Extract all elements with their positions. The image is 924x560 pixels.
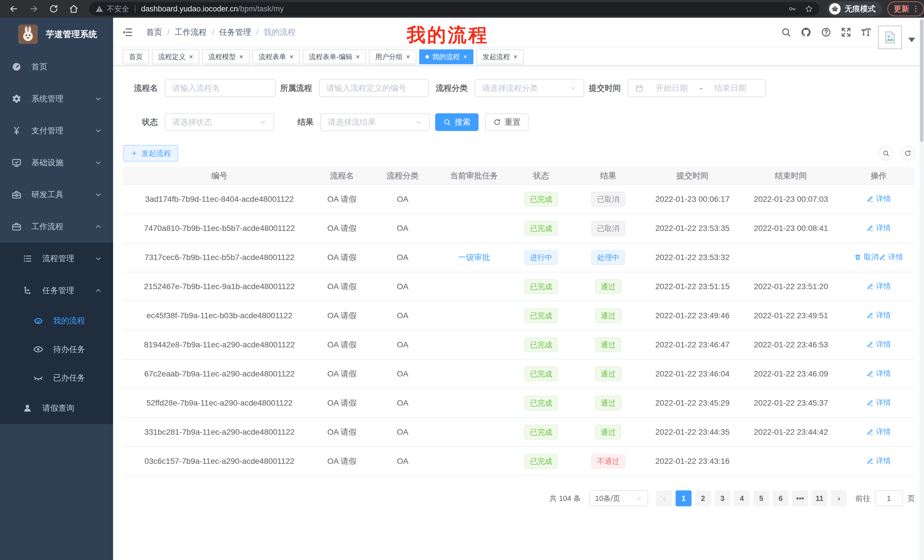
start-process-button[interactable]: 发起流程 xyxy=(123,145,178,162)
sidebar-item-请假查询[interactable]: 请假查询 xyxy=(0,392,113,424)
result-cell: 处理中 xyxy=(571,243,645,272)
browser-reload-icon[interactable] xyxy=(48,4,59,14)
action-详情[interactable]: 详情 xyxy=(879,252,903,262)
sidebar-item-任务管理[interactable]: 任务管理 xyxy=(0,275,113,307)
browser-menu-icon[interactable] xyxy=(911,4,920,13)
tab-close-icon[interactable]: × xyxy=(290,53,294,60)
status-cell: 已完成 xyxy=(511,359,571,388)
sidebar-item-首页[interactable]: 首页 xyxy=(0,51,113,83)
app-logo-row[interactable]: 芋道管理系统 xyxy=(0,18,113,51)
tab-流程模型[interactable]: 流程模型× xyxy=(202,49,249,64)
action-详情[interactable]: 详情 xyxy=(866,310,891,320)
action-详情[interactable]: 详情 xyxy=(866,223,891,233)
collapse-sidebar-icon[interactable] xyxy=(122,27,133,38)
row-actions: 详情 xyxy=(866,399,891,408)
tab-发起流程[interactable]: 发起流程× xyxy=(476,49,524,64)
search-button[interactable]: 搜索 xyxy=(435,113,478,131)
reset-button[interactable]: 重置 xyxy=(485,113,528,131)
goto-page-input[interactable]: 1 xyxy=(875,490,903,506)
action-取消[interactable]: 取消 xyxy=(854,252,879,262)
avatar[interactable] xyxy=(878,26,902,49)
refresh-table-button[interactable] xyxy=(901,146,915,160)
sidebar-item-已办任务[interactable]: 已办任务 xyxy=(0,364,113,392)
more-pages-button[interactable]: ••• xyxy=(792,490,808,506)
tab-close-icon[interactable]: × xyxy=(189,53,193,60)
page-button-6[interactable]: 6 xyxy=(772,490,789,506)
sidebar-item-研发工具[interactable]: 研发工具 xyxy=(0,179,113,211)
sidebar-item-支付管理[interactable]: 支付管理 xyxy=(0,115,113,147)
tab-close-icon[interactable]: × xyxy=(356,53,360,60)
page-button-3[interactable]: 3 xyxy=(714,490,730,506)
tab-用户分组[interactable]: 用户分组× xyxy=(369,49,416,64)
row-actions: 详情 xyxy=(866,458,891,466)
font-size-icon[interactable] xyxy=(861,27,872,38)
next-page-button[interactable]: › xyxy=(831,490,847,506)
status-cell: 已完成 xyxy=(511,330,571,359)
end-time-cell xyxy=(740,447,842,476)
tab-流程表单-编辑[interactable]: 流程表单-编辑× xyxy=(303,49,366,64)
github-icon[interactable] xyxy=(801,27,812,38)
show-search-button[interactable] xyxy=(879,146,893,160)
action-详情[interactable]: 详情 xyxy=(866,456,891,466)
browser-back-icon[interactable] xyxy=(9,4,19,14)
current-task-link[interactable]: 一级审批 xyxy=(458,252,490,263)
not-secure-warning-icon[interactable] xyxy=(95,5,104,13)
submit-time-cell: 2022-01-22 23:53:32 xyxy=(645,243,740,272)
page-button-2[interactable]: 2 xyxy=(695,490,711,506)
process-name-input[interactable]: 请输入流程名 xyxy=(165,79,276,97)
help-icon[interactable] xyxy=(820,27,831,38)
browser-forward-icon[interactable] xyxy=(28,4,39,14)
address-bar[interactable]: 不安全 dashboard.yudao.iocoder.cn /bpm/task… xyxy=(89,2,819,16)
process-def-input[interactable]: 请输入流程定义的编号 xyxy=(319,79,429,97)
scrollbar-thumb[interactable] xyxy=(920,19,923,142)
tab-close-icon[interactable]: × xyxy=(239,53,243,60)
action-详情[interactable]: 详情 xyxy=(866,281,891,291)
search-icon[interactable] xyxy=(781,27,792,38)
action-详情[interactable]: 详情 xyxy=(866,194,891,204)
tab-close-icon[interactable]: × xyxy=(513,53,518,60)
page-scrollbar[interactable] xyxy=(920,18,924,560)
date-range-picker[interactable]: 开始日期 - 结束日期 xyxy=(628,79,766,97)
result-select[interactable]: 请选择流结果 xyxy=(320,113,430,131)
breadcrumb-item[interactable]: 工作流程 xyxy=(175,27,207,38)
tab-label: 我的流程 xyxy=(432,52,460,61)
page-size-select[interactable]: 10条/页 xyxy=(590,490,648,506)
sidebar-item-工作流程[interactable]: 工作流程 xyxy=(0,211,113,243)
browser-home-icon[interactable] xyxy=(69,4,79,14)
action-详情[interactable]: 详情 xyxy=(866,368,891,379)
sidebar-item-我的流程[interactable]: 我的流程 xyxy=(0,307,113,335)
tab-我的流程[interactable]: 我的流程× xyxy=(419,49,473,64)
status-select[interactable]: 请选择状态 xyxy=(165,113,274,131)
action-详情[interactable]: 详情 xyxy=(866,398,891,407)
sidebar-item-系统管理[interactable]: 系统管理 xyxy=(0,83,113,115)
tab-流程表单[interactable]: 流程表单× xyxy=(252,49,300,64)
page-button-11[interactable]: 11 xyxy=(812,490,828,506)
fullscreen-icon[interactable] xyxy=(841,27,852,38)
column-header: 提交时间 xyxy=(645,167,740,185)
page-button-5[interactable]: 5 xyxy=(753,490,769,506)
eye-closed-icon xyxy=(33,373,44,383)
breadcrumb-item[interactable]: 首页 xyxy=(146,27,162,38)
tab-close-icon[interactable]: × xyxy=(463,53,467,60)
end-date-placeholder: 结束日期 xyxy=(702,83,758,94)
avatar-dropdown-caret-icon[interactable] xyxy=(908,38,915,42)
tab-close-icon[interactable]: × xyxy=(406,53,410,60)
action-详情[interactable]: 详情 xyxy=(866,339,891,349)
process-id-cell: 03c6c157-7b9a-11ec-a290-acde48001122 xyxy=(123,447,315,476)
breadcrumb-separator: / xyxy=(212,28,214,37)
action-详情[interactable]: 详情 xyxy=(866,427,891,437)
sidebar-item-基础设施[interactable]: 基础设施 xyxy=(0,147,113,179)
sidebar-item-待办任务[interactable]: 待办任务 xyxy=(0,335,113,364)
tab-label: 流程表单 xyxy=(259,52,286,61)
bookmark-star-icon[interactable] xyxy=(805,4,813,13)
prev-page-button[interactable]: ‹ xyxy=(656,490,672,506)
tab-首页[interactable]: 首页 xyxy=(123,49,149,64)
tab-流程定义[interactable]: 流程定义× xyxy=(152,49,199,64)
page-button-4[interactable]: 4 xyxy=(734,490,750,506)
page-button-1[interactable]: 1 xyxy=(676,490,692,506)
category-select[interactable]: 请选择流程分类 xyxy=(475,79,584,97)
breadcrumb-item[interactable]: 任务管理 xyxy=(219,27,251,38)
sidebar-item-流程管理[interactable]: 流程管理 xyxy=(0,243,113,275)
chrome-update-button[interactable]: 更新 xyxy=(888,1,924,16)
password-key-icon[interactable] xyxy=(788,4,796,13)
